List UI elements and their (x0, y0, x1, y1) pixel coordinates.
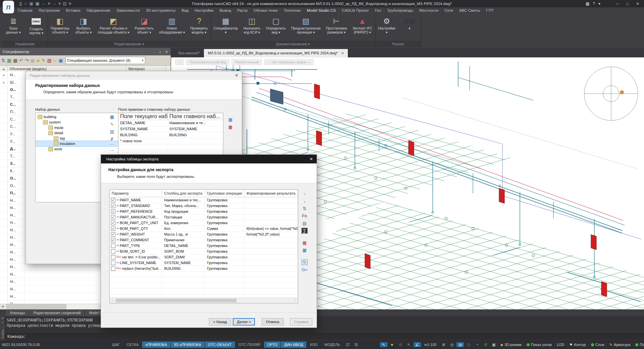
ribbon-tab-трубопроводы[interactable]: Трубопроводы (384, 7, 416, 14)
close-command-icon[interactable]: ✕ (1, 317, 4, 320)
move-up-icon[interactable]: ↑ (302, 191, 308, 197)
settings-gear-button[interactable]: ⚙Настройки▾ (375, 15, 398, 35)
zoom-window-icon[interactable]: □ (465, 342, 472, 347)
export-param-row[interactable]: ✓==BOM_PART_QTYКол.Суммаif(int(value) <>… (110, 226, 298, 232)
orbit-icon[interactable]: ◔ (473, 342, 481, 347)
export-param-row[interactable]: F(x)var tlen := 6;var positio...SORT_DIA… (110, 254, 298, 260)
insert-row-icon[interactable]: ▦ (7, 58, 11, 63)
sort-rows-icon[interactable]: ⇅ (1, 58, 5, 63)
copy-field-icon[interactable]: ▤ (109, 129, 115, 135)
edit-formula-icon[interactable]: ✎ (302, 259, 308, 265)
sort-formula-icon[interactable]: ⇅ (302, 206, 308, 211)
light-on-icon[interactable]: ● (388, 342, 396, 347)
plot-icon[interactable]: ▤ (63, 0, 67, 7)
save-spec-icon[interactable]: ▣ (58, 58, 63, 63)
preset-projection-button[interactable]: ▨Преднастроеннаяпроекция ▾ (288, 15, 323, 35)
ribbon-tab-гео[interactable]: Гео (372, 7, 384, 14)
open-spec-icon[interactable]: ▱ (53, 58, 57, 63)
minimize-button[interactable]: ─ (612, 0, 623, 7)
export-param-row[interactable]: ==PART_TYPEDETAIL_NAMEГруппировка (110, 243, 298, 249)
export-table-hscrollbar[interactable]: ‹ › (110, 298, 298, 303)
table-view-icon[interactable]: ▦ (586, 1, 589, 6)
ribbon-tab-вывод[interactable]: Вывод (216, 7, 234, 14)
pin-command-icon[interactable]: ⊤ (1, 321, 4, 325)
edit-cell-icon[interactable]: ✎ (42, 58, 46, 63)
undo-icon[interactable]: ← (42, 0, 46, 7)
row-checkbox[interactable]: ✓ (111, 198, 115, 202)
dialog-title-bar[interactable]: Редактирование наборов данных ✕ (26, 71, 242, 80)
tab-close-icon[interactable]: ✕ (341, 49, 344, 57)
view-pill-1[interactable]: Пользовательский вид (186, 59, 229, 65)
lock-icon[interactable]: ⊡ (344, 342, 352, 347)
object-params-button[interactable]: ◧Параметрыобъекта ▾ (48, 15, 72, 35)
cancel-button[interactable]: Отмена (262, 318, 284, 326)
table-icon[interactable]: ▦ (302, 247, 308, 253)
open-file-icon[interactable]: ▱ (24, 0, 27, 7)
export-param-row[interactable]: ✓==PART_REFERENCEКод продукцииГруппировк… (110, 209, 298, 214)
qat-customize-icon[interactable]: ≡ (69, 0, 71, 7)
status-item-armature[interactable]: ✎Арматура (606, 343, 633, 347)
edit-field-icon[interactable]: ✎ (109, 121, 115, 127)
gold-cubes-icon[interactable]: ◈ (36, 58, 40, 63)
function-icon[interactable]: Fn (302, 213, 308, 219)
row-checkbox[interactable]: ✓ (111, 232, 115, 237)
command-tab[interactable]: Команды (6, 309, 30, 316)
ribbon-tab-настройки[interactable]: Настройки (192, 7, 216, 14)
close-panel-icon[interactable]: ✕ (165, 50, 168, 54)
ribbon-tab-вставка[interactable]: Вставка (63, 7, 84, 14)
ribbon-tab-гтп[interactable]: ГТП (483, 7, 496, 14)
status-item-layers[interactable]: Слои (588, 343, 607, 347)
cursor-menu-icon[interactable]: ↖ (405, 342, 413, 347)
next-button[interactable]: Далее > (233, 318, 255, 326)
bind-row[interactable]: * новое поле (118, 138, 223, 144)
lock-pan-icon[interactable]: ▣ (490, 342, 497, 347)
status-item-contour[interactable]: ⚑Контур (567, 343, 588, 347)
redo-icon[interactable]: → (52, 0, 56, 7)
status-toggle-3D оПРИВЯЗКА[interactable]: 3D оПРИВЯЗКА (171, 342, 204, 348)
ribbon-tab-вид[interactable]: Вид (178, 7, 192, 14)
search-table-icon[interactable]: ◎ (31, 58, 35, 63)
command-tab[interactable]: Редактирование соединений (30, 309, 85, 316)
row-checkbox[interactable]: ✓ (111, 209, 115, 214)
help-button[interactable]: Справка (290, 318, 312, 326)
row-checkbox[interactable] (111, 249, 115, 254)
bind-row[interactable]: DETAIL_NAMEНаименование и те... (118, 120, 223, 126)
dialog-title-bar[interactable]: Настройка таблицы экспорта ✕ (101, 155, 317, 163)
export-param-row[interactable]: ✓==PART_WEIGHTМасса 1 ед., кгГруппировка… (110, 232, 298, 237)
ribbon-tab-cadlib-проект[interactable]: CADLib Проект (339, 7, 372, 14)
select-objects-button[interactable]: ◨Выбратьобъекты ▾ (72, 15, 95, 35)
ribbon-tab-облака-точек[interactable]: Облака точек (251, 7, 281, 14)
ribbon-tab-местности[interactable]: Местности (416, 7, 441, 14)
row-checkbox[interactable] (111, 261, 115, 265)
maximize-button[interactable]: □ (623, 0, 633, 7)
zoom-frame-icon[interactable]: ◎ (457, 342, 464, 347)
export-param-row[interactable]: ✓==BOM_PART_QTY_UNITЕд. измеренияГруппир… (110, 220, 298, 226)
export-ifc-button[interactable]: ▲Экспорт IFC(РФРИТ) ▾ (350, 15, 375, 35)
command-prompt[interactable]: Команда: (5, 333, 644, 340)
field-export-icon[interactable]: ▦ (227, 117, 233, 122)
ribbon-tab-главная[interactable]: Главная (15, 7, 36, 14)
check-model-button[interactable]: ?Проверитьмодель ▾ (187, 15, 211, 35)
dialog-close-icon[interactable]: ✕ (235, 71, 238, 80)
database-button[interactable]: ≣Базаданных ▾ (2, 15, 25, 35)
undo-dropdown-icon[interactable]: ▾ (48, 0, 50, 7)
ribbon-tab-сети[interactable]: Сети (441, 7, 456, 14)
dimensions-button[interactable]: ⊢Простановкаразмеров ▾ (323, 15, 350, 35)
pin-icon[interactable]: ⊥ (159, 50, 162, 54)
ribbon-tab-3d-инструменты[interactable]: 3D-инструменты (143, 7, 178, 14)
view-pill-3[interactable]: --- нет связанных видов --- (264, 59, 314, 65)
field-remove-icon[interactable]: ▦ (227, 124, 233, 130)
row-checkbox[interactable]: ✓ (111, 238, 115, 242)
define-view-button[interactable]: ▢Определитьвид ▾ (263, 15, 288, 35)
image-icon[interactable]: ▧ (302, 220, 308, 226)
row-checkbox[interactable] (111, 266, 115, 271)
zoom-icon[interactable]: ◎ (448, 342, 455, 347)
apply-arrow-icon[interactable]: → (109, 147, 115, 153)
table-settings-icon[interactable]: ▦ (13, 58, 17, 63)
status-item-mode-3d[interactable]: ◆3D-режим (497, 343, 524, 347)
create-drawing-button[interactable]: DWGСоздатьчертеж ▾ (25, 15, 48, 36)
save-icon[interactable]: ▣ (29, 0, 33, 7)
spec-preset-select[interactable]: Спецификация заказная. Документ (А)▾ (65, 57, 145, 64)
ribbon-tab-оформление[interactable]: Оформление (84, 7, 113, 14)
place-object-button[interactable]: ◪Разместитьобъект ▾ (132, 15, 156, 35)
